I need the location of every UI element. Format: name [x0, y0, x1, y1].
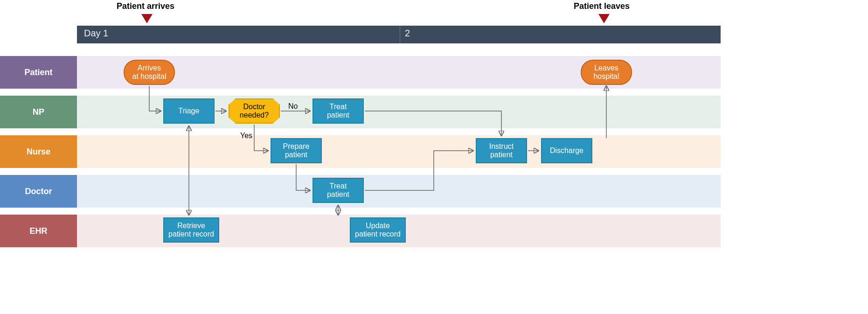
node-retrieve: Retrieve patient record: [163, 217, 219, 243]
node-prepare: Prepare patient: [271, 138, 322, 163]
lane-patient-label: Patient: [0, 56, 77, 89]
node-arrives: Arrives at hospital: [124, 60, 175, 85]
lane-ehr-label: EHR: [0, 215, 77, 247]
timeline-bar: [77, 26, 721, 43]
swimlane-diagram: Patient arrives Patient leaves Day 1 2 P…: [0, 0, 868, 314]
milestone-arrive-label: Patient arrives: [117, 1, 174, 11]
node-doctor-needed: Doctor needed?: [229, 98, 280, 124]
lane-nurse: Nurse: [0, 135, 721, 168]
edge-label-no: No: [288, 102, 298, 111]
node-instruct: Instruct patient: [476, 138, 527, 163]
timeline-divider: [400, 26, 400, 43]
milestone-leave-label: Patient leaves: [574, 1, 630, 11]
milestone-leave-marker: [598, 14, 610, 23]
lane-np-label: NP: [0, 96, 77, 128]
edge-label-yes: Yes: [240, 132, 252, 140]
node-discharge: Discharge: [541, 138, 592, 163]
timeline-segment-1: Day 1: [84, 28, 108, 39]
node-update: Update patient record: [350, 217, 406, 243]
node-treat-doc: Treat patient: [312, 178, 364, 203]
timeline-segment-2: 2: [405, 28, 410, 39]
node-leaves: Leaves hospital: [581, 60, 632, 85]
milestone-arrive-marker: [141, 14, 153, 23]
lane-doctor-label: Doctor: [0, 175, 77, 208]
lane-nurse-label: Nurse: [0, 135, 77, 168]
node-triage: Triage: [163, 98, 215, 124]
node-treat-np: Treat patient: [312, 98, 364, 124]
